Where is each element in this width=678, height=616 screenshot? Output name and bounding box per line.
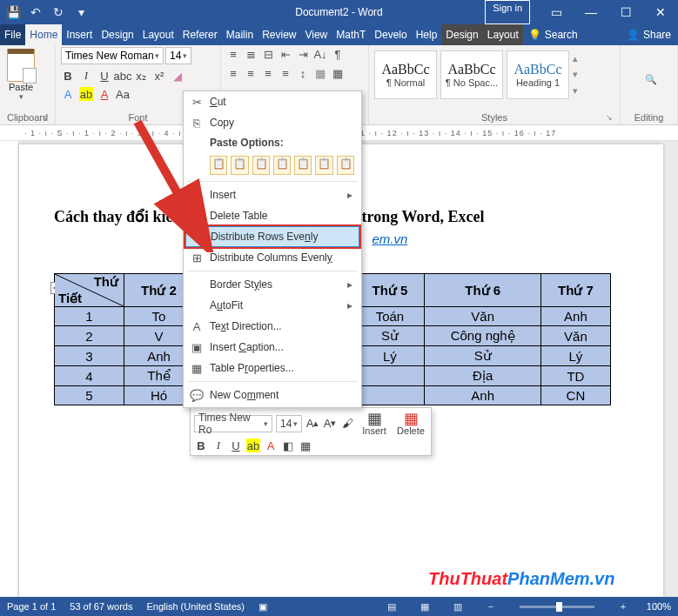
tab-file[interactable]: File: [0, 24, 25, 45]
menu-text-direction[interactable]: AText Direction...: [184, 316, 361, 337]
menu-new-comment[interactable]: 💬New Comment: [184, 385, 361, 405]
sort-icon[interactable]: A↓: [313, 47, 327, 61]
clear-formatting-icon[interactable]: ◢: [171, 69, 185, 83]
superscript-button[interactable]: x²: [152, 69, 166, 83]
font-name-combo[interactable]: Times New Roman▾: [61, 47, 164, 64]
tab-table-layout[interactable]: Layout: [483, 24, 523, 45]
menu-distribute-columns[interactable]: ⊞Distribute Columns Evenly: [184, 247, 361, 268]
mini-bold[interactable]: B: [194, 439, 208, 452]
tab-references[interactable]: Referer: [178, 24, 222, 45]
text-effects-icon[interactable]: A: [61, 87, 75, 101]
tab-mathtype[interactable]: MathT: [332, 24, 370, 45]
save-icon[interactable]: 💾: [3, 3, 23, 22]
print-layout-icon[interactable]: ▦: [415, 599, 434, 614]
menu-border-styles[interactable]: Border Styles▸: [184, 274, 361, 295]
highlight-icon[interactable]: ab: [79, 87, 93, 101]
minimize-icon[interactable]: —: [574, 0, 608, 24]
menu-copy[interactable]: ⎘Copy: [184, 112, 361, 133]
paste-option-7[interactable]: [337, 156, 354, 175]
menu-delete-table[interactable]: ▦Delete Table: [184, 205, 361, 226]
mini-font-color-icon[interactable]: A: [264, 439, 278, 452]
style-normal[interactable]: AaBbCc¶ Normal: [374, 50, 437, 99]
mini-font-combo[interactable]: Times New Ro▾: [194, 415, 272, 432]
sign-in-button[interactable]: Sign in: [485, 0, 530, 24]
mini-italic[interactable]: I: [211, 439, 225, 452]
line-spacing-icon[interactable]: ↕: [296, 66, 310, 80]
find-icon[interactable]: 🔍: [645, 74, 657, 85]
share-button[interactable]: 👤 Share: [620, 24, 678, 45]
tab-table-design[interactable]: Design: [441, 24, 482, 45]
strikethrough-button[interactable]: abc: [116, 69, 130, 83]
font-color-icon[interactable]: A: [97, 87, 111, 101]
paste-button[interactable]: Paste ▾: [5, 47, 37, 101]
status-page[interactable]: Page 1 of 1: [7, 601, 56, 612]
menu-insert[interactable]: Insert▸: [184, 184, 361, 205]
tab-help[interactable]: Help: [412, 24, 442, 45]
tab-developer[interactable]: Develo: [370, 24, 411, 45]
format-painter-icon[interactable]: 🖌: [340, 417, 354, 431]
web-layout-icon[interactable]: ▥: [448, 599, 467, 614]
zoom-slider[interactable]: [520, 606, 594, 608]
mini-size-combo[interactable]: 14▾: [276, 415, 302, 432]
paste-option-6[interactable]: [315, 156, 332, 175]
mini-underline[interactable]: U: [229, 439, 243, 452]
vertical-ruler[interactable]: [0, 141, 19, 597]
styles-up-icon[interactable]: ▴: [573, 53, 585, 64]
font-size-combo[interactable]: 14▾: [165, 47, 191, 64]
paste-option-2[interactable]: [231, 156, 248, 175]
justify-icon[interactable]: ≡: [279, 66, 292, 80]
close-icon[interactable]: ✕: [643, 0, 678, 24]
italic-button[interactable]: I: [79, 69, 93, 83]
tell-me-search[interactable]: 💡 Search: [523, 24, 583, 45]
zoom-in-icon[interactable]: +: [614, 599, 633, 614]
menu-insert-caption[interactable]: ▣Insert Caption...: [184, 337, 361, 358]
menu-cut[interactable]: ✂Cut: [184, 91, 361, 112]
paste-option-4[interactable]: [273, 156, 291, 175]
mini-shading-icon[interactable]: ◧: [281, 439, 295, 452]
numbering-icon[interactable]: ≣: [244, 47, 258, 61]
macro-icon[interactable]: ▣: [258, 601, 267, 613]
read-mode-icon[interactable]: ▤: [382, 599, 401, 614]
tab-mailings[interactable]: Mailin: [222, 24, 258, 45]
mini-borders-icon[interactable]: ▦: [299, 439, 312, 452]
align-center-icon[interactable]: ≡: [244, 66, 258, 80]
clipboard-launcher-icon[interactable]: ↘: [41, 113, 48, 122]
zoom-level[interactable]: 100%: [647, 601, 671, 612]
styles-launcher-icon[interactable]: ↘: [606, 113, 613, 122]
menu-table-properties[interactable]: ▦Table Properties...: [184, 358, 361, 378]
shrink-font-icon[interactable]: A▾: [323, 417, 337, 431]
grow-font-icon[interactable]: A▴: [305, 417, 319, 431]
status-words[interactable]: 53 of 67 words: [70, 601, 132, 612]
zoom-out-icon[interactable]: −: [481, 599, 500, 614]
tab-view[interactable]: View: [300, 24, 332, 45]
tab-layout[interactable]: Layout: [138, 24, 178, 45]
qat-dropdown-icon[interactable]: ▾: [71, 3, 91, 22]
change-case-icon[interactable]: Aa: [116, 87, 130, 101]
paste-option-5[interactable]: [294, 156, 312, 175]
paste-option-1[interactable]: [210, 156, 227, 175]
maximize-icon[interactable]: ☐: [608, 0, 643, 24]
underline-button[interactable]: U: [97, 69, 111, 83]
decrease-indent-icon[interactable]: ⇤: [279, 47, 292, 61]
menu-autofit[interactable]: AutoFit▸: [184, 295, 361, 316]
ribbon-options-icon[interactable]: ▭: [539, 0, 574, 24]
subscript-button[interactable]: x₂: [134, 69, 148, 83]
menu-distribute-rows[interactable]: ⊟Distribute Rows Evenly: [185, 226, 359, 247]
style-no-spacing[interactable]: AaBbCc¶ No Spac...: [440, 50, 503, 99]
bold-button[interactable]: B: [61, 69, 75, 83]
shading-icon[interactable]: ▦: [313, 66, 327, 80]
increase-indent-icon[interactable]: ⇥: [296, 47, 310, 61]
tab-home[interactable]: Home: [25, 24, 62, 45]
tab-design[interactable]: Design: [97, 24, 138, 45]
tab-review[interactable]: Review: [258, 24, 300, 45]
styles-more-icon[interactable]: ▾: [573, 85, 585, 97]
status-language[interactable]: English (United States): [146, 601, 245, 612]
align-right-icon[interactable]: ≡: [261, 66, 275, 80]
mini-insert-button[interactable]: ▦Insert: [358, 411, 391, 436]
paste-option-3[interactable]: [252, 156, 270, 175]
mini-delete-button[interactable]: ▦Delete: [394, 411, 427, 436]
tab-insert[interactable]: Insert: [62, 24, 97, 45]
bullets-icon[interactable]: ≡: [226, 47, 240, 61]
style-heading1[interactable]: AaBbCcHeading 1: [507, 50, 569, 99]
undo-icon[interactable]: ↶: [26, 3, 45, 22]
